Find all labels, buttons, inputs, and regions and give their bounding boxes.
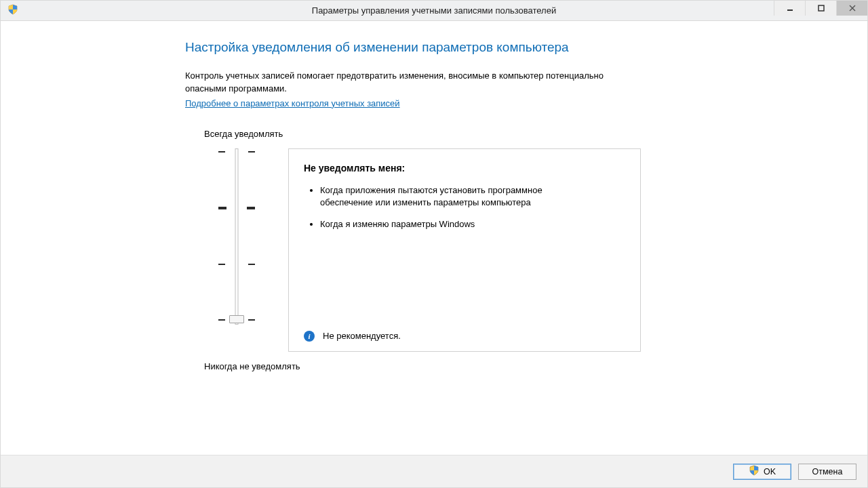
svg-rect-1 <box>818 5 824 11</box>
maximize-button[interactable] <box>805 1 836 16</box>
window-title: Параметры управления учетными записями п… <box>1 5 867 16</box>
close-button[interactable] <box>836 1 867 16</box>
cancel-button[interactable]: Отмена <box>798 464 856 480</box>
info-icon: i <box>304 331 315 342</box>
uac-shield-icon <box>749 465 760 478</box>
info-box-title: Не уведомлять меня: <box>304 163 625 174</box>
page-heading: Настройка уведомления об изменении парам… <box>185 40 867 55</box>
info-bullet: Когда я изменяю параметры Windows <box>320 218 578 230</box>
dialog-footer: OK Отмена <box>1 455 867 487</box>
uac-shield-icon <box>7 4 18 17</box>
window-controls <box>774 1 867 20</box>
learn-more-link[interactable]: Подробнее о параметрах контроля учетных … <box>185 98 400 108</box>
minimize-button[interactable] <box>774 1 805 16</box>
content-area: Настройка уведомления об изменении парам… <box>1 21 867 487</box>
notification-info-box: Не уведомлять меня: Когда приложения пыт… <box>288 148 641 352</box>
notification-level-slider[interactable] <box>216 148 257 325</box>
slider-bottom-label: Никогда не уведомлять <box>204 361 867 371</box>
ok-button[interactable]: OK <box>733 464 791 480</box>
cancel-button-label: Отмена <box>812 467 843 476</box>
info-bullet: Когда приложения пытаются установить про… <box>320 184 578 209</box>
titlebar: Параметры управления учетными записями п… <box>1 1 867 21</box>
recommendation-text: Не рекомендуется. <box>323 331 401 341</box>
intro-text: Контроль учетных записей помогает предот… <box>185 70 646 96</box>
ok-button-label: OK <box>764 467 776 476</box>
slider-top-label: Всегда уведомлять <box>204 129 867 139</box>
slider-thumb[interactable] <box>229 315 244 323</box>
uac-settings-window: Параметры управления учетными записями п… <box>0 0 868 488</box>
